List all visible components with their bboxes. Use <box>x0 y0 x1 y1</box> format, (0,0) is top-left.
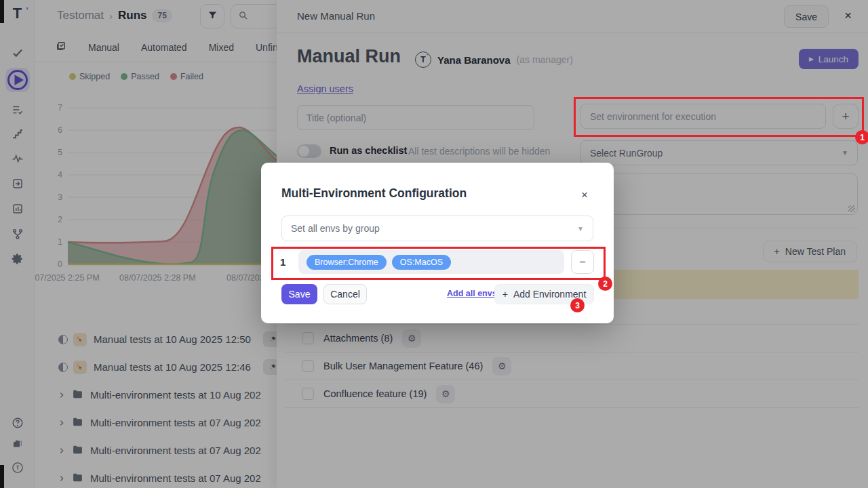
annotation-badge-2: 2 <box>598 277 612 291</box>
plus-icon: + <box>502 289 508 300</box>
annotation-box-2 <box>271 247 606 280</box>
close-modal-icon[interactable]: × <box>581 188 588 202</box>
annotation-badge-1: 1 <box>855 130 868 144</box>
modal-save-button[interactable]: Save <box>281 284 317 304</box>
modal-cancel-button[interactable]: Cancel <box>323 284 367 304</box>
modal-title: Multi-Environment Configuration <box>281 186 467 201</box>
app-screen: T' <box>0 0 868 488</box>
annotation-badge-3: 3 <box>570 298 585 312</box>
env-group-select[interactable]: Set all envs by group ▼ <box>281 216 593 241</box>
env-group-value: Set all envs by group <box>291 223 380 234</box>
add-all-envs-link[interactable]: Add all envs <box>447 289 488 298</box>
annotation-box-1 <box>574 97 864 137</box>
multi-environment-modal: Multi-Environment Configuration × Set al… <box>261 163 614 323</box>
caret-down-icon: ▼ <box>577 225 584 232</box>
